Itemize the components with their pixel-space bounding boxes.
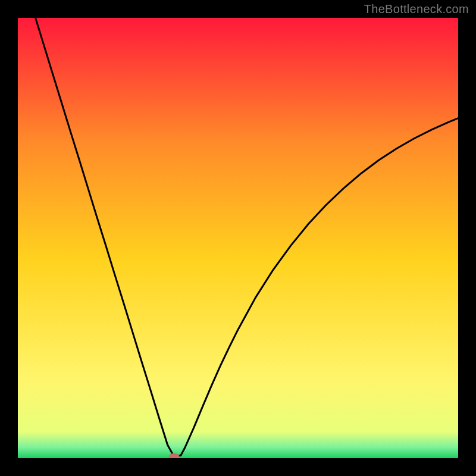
gradient-background — [18, 18, 458, 458]
attribution-text: TheBottleneck.com — [364, 2, 469, 16]
bottleneck-chart — [18, 18, 458, 458]
chart-frame: TheBottleneck.com — [0, 0, 476, 476]
